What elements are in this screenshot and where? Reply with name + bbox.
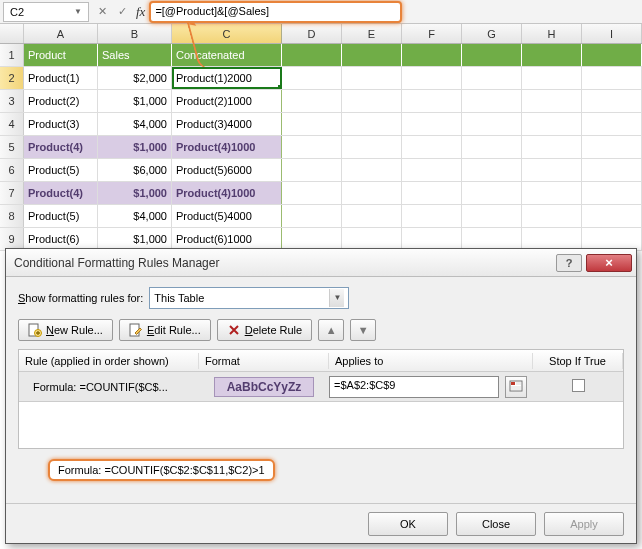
formula-input[interactable]: =[@Product]&[@Sales] [149,1,402,23]
cell-empty[interactable] [282,182,342,204]
cell-sales[interactable]: $1,000 [98,228,172,250]
show-rules-combo[interactable]: This Table ▼ [149,287,349,309]
col-header-a[interactable]: A [24,24,98,43]
row-header-7[interactable]: 7 [0,182,24,204]
row-header-1[interactable]: 1 [0,44,24,66]
cell-sales[interactable]: $2,000 [98,67,172,89]
cell-empty[interactable] [462,182,522,204]
cell-empty[interactable] [462,136,522,158]
cell-empty[interactable] [402,159,462,181]
col-header-h[interactable]: H [522,24,582,43]
delete-rule-button[interactable]: Delete Rule [217,319,313,341]
cell-empty[interactable] [342,136,402,158]
close-button[interactable]: × [586,254,632,272]
cell-empty[interactable] [522,228,582,250]
cell-concat[interactable]: Product(4)1000 [172,136,282,158]
cell-empty[interactable] [402,44,462,66]
move-down-button[interactable]: ▼ [350,319,376,341]
help-button[interactable]: ? [556,254,582,272]
row-header-8[interactable]: 8 [0,205,24,227]
cell-concat[interactable]: Product(6)1000 [172,228,282,250]
header-concatenated[interactable]: Concatenated [172,44,282,66]
cell-empty[interactable] [282,67,342,89]
cell-concat[interactable]: Product(5)6000 [172,159,282,181]
name-box[interactable]: C2 ▼ [3,2,89,22]
edit-rule-button[interactable]: Edit Rule... [119,319,211,341]
cell-product[interactable]: Product(4) [24,182,98,204]
cell-empty[interactable] [462,205,522,227]
row-header-5[interactable]: 5 [0,136,24,158]
cell-empty[interactable] [582,159,642,181]
cell-empty[interactable] [342,159,402,181]
accept-formula-icon[interactable]: ✓ [112,5,132,18]
header-product[interactable]: Product [24,44,98,66]
cell-empty[interactable] [342,228,402,250]
cancel-formula-icon[interactable]: ✕ [92,5,112,18]
chevron-down-icon[interactable]: ▼ [74,7,82,16]
cell-empty[interactable] [342,67,402,89]
cell-product[interactable]: Product(2) [24,90,98,112]
cell-empty[interactable] [522,136,582,158]
cell-product[interactable]: Product(6) [24,228,98,250]
cell-product[interactable]: Product(4) [24,136,98,158]
ok-button[interactable]: OK [368,512,448,536]
cell-empty[interactable] [582,67,642,89]
select-all-corner[interactable] [0,24,24,43]
cell-empty[interactable] [582,228,642,250]
chevron-down-icon[interactable]: ▼ [329,289,344,307]
cell-empty[interactable] [402,113,462,135]
cell-sales[interactable]: $1,000 [98,136,172,158]
cell-empty[interactable] [582,182,642,204]
cell-sales[interactable]: $1,000 [98,90,172,112]
cell-empty[interactable] [282,90,342,112]
col-header-e[interactable]: E [342,24,402,43]
cell-product[interactable]: Product(3) [24,113,98,135]
cell-sales[interactable]: $1,000 [98,182,172,204]
cell-empty[interactable] [462,159,522,181]
cell-sales[interactable]: $4,000 [98,113,172,135]
cell-sales[interactable]: $6,000 [98,159,172,181]
fx-icon[interactable]: fx [132,4,149,20]
cell-empty[interactable] [402,67,462,89]
col-header-i[interactable]: I [582,24,642,43]
cell-empty[interactable] [522,90,582,112]
header-sales[interactable]: Sales [98,44,172,66]
cell-concat[interactable]: Product(5)4000 [172,205,282,227]
cell-empty[interactable] [282,228,342,250]
cell-empty[interactable] [342,182,402,204]
row-header-4[interactable]: 4 [0,113,24,135]
cell-empty[interactable] [282,44,342,66]
cell-empty[interactable] [402,228,462,250]
cell-empty[interactable] [582,205,642,227]
row-header-6[interactable]: 6 [0,159,24,181]
cell-empty[interactable] [582,90,642,112]
cell-sales[interactable]: $4,000 [98,205,172,227]
cell-product[interactable]: Product(5) [24,205,98,227]
cell-empty[interactable] [402,205,462,227]
row-header-3[interactable]: 3 [0,90,24,112]
cell-empty[interactable] [582,136,642,158]
cell-empty[interactable] [402,90,462,112]
cell-empty[interactable] [342,205,402,227]
col-header-b[interactable]: B [98,24,172,43]
cell-empty[interactable] [402,182,462,204]
dialog-titlebar[interactable]: Conditional Formatting Rules Manager ? × [6,249,636,277]
cell-product[interactable]: Product(5) [24,159,98,181]
cell-empty[interactable] [462,113,522,135]
cell-empty[interactable] [282,136,342,158]
row-header-2[interactable]: 2 [0,67,24,89]
apply-button[interactable]: Apply [544,512,624,536]
cell-empty[interactable] [462,90,522,112]
move-up-button[interactable]: ▲ [318,319,344,341]
cell-empty[interactable] [342,44,402,66]
applies-to-input[interactable]: =$A$2:$C$9 [329,376,499,398]
cell-empty[interactable] [522,44,582,66]
cell-concat[interactable]: Product(2)1000 [172,90,282,112]
cell-empty[interactable] [522,205,582,227]
close-dialog-button[interactable]: Close [456,512,536,536]
cell-empty[interactable] [522,159,582,181]
cell-empty[interactable] [522,182,582,204]
cell-product[interactable]: Product(1) [24,67,98,89]
col-header-g[interactable]: G [462,24,522,43]
cell-empty[interactable] [402,136,462,158]
